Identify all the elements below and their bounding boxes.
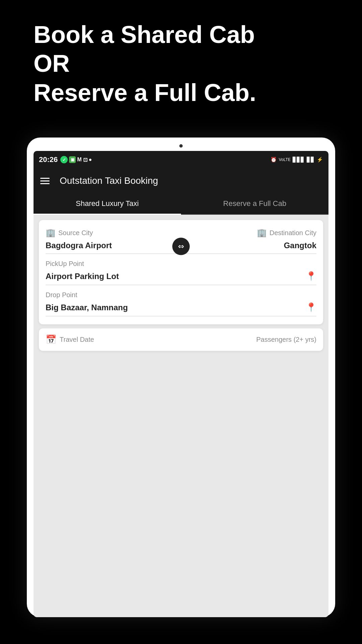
passengers-item[interactable]: Passengers (2+ yrs) bbox=[256, 336, 316, 343]
destination-city-value[interactable]: Gangtok bbox=[181, 241, 316, 254]
city-card: 🏢 Source City Bagdogra Airport ⇔ 🏢 Des bbox=[39, 220, 323, 324]
hamburger-line-2 bbox=[40, 180, 50, 181]
tab-shared-luxury-label: Shared Luxury Taxi bbox=[76, 199, 139, 208]
drop-label: Drop Point bbox=[46, 291, 316, 299]
headline-line2: OR bbox=[34, 50, 70, 77]
pickup-value: Airport Parking Lot bbox=[46, 272, 119, 281]
device-frame: 20:26 ✓ ▣ M ⊡ ● ⏰ VoLTE ▊▊▊ ▊▊ ⚡ bbox=[27, 138, 335, 617]
headline-section: Book a Shared Cab OR Reserve a Full Cab. bbox=[34, 20, 328, 107]
message-icon: ⊡ bbox=[83, 157, 87, 163]
headline-text: Book a Shared Cab OR Reserve a Full Cab. bbox=[34, 20, 328, 107]
tabs-bar: Shared Luxury Taxi Reserve a Full Cab bbox=[34, 193, 328, 215]
passengers-label: Passengers (2+ yrs) bbox=[256, 336, 316, 343]
drop-value: Big Bazaar, Namnang bbox=[46, 303, 128, 312]
drop-value-row[interactable]: Big Bazaar, Namnang 📍 bbox=[46, 302, 316, 316]
pickup-label: PickUp Point bbox=[46, 260, 316, 268]
headline-line3: Reserve a Full Cab. bbox=[34, 79, 256, 106]
whatsapp-icon: ✓ bbox=[60, 156, 68, 163]
phone-screen: 20:26 ✓ ▣ M ⊡ ● ⏰ VoLTE ▊▊▊ ▊▊ ⚡ bbox=[34, 151, 328, 617]
tab-reserve-full-label: Reserve a Full Cab bbox=[223, 199, 286, 208]
dot-icon: ● bbox=[89, 157, 92, 163]
source-label-row: 🏢 Source City bbox=[46, 228, 181, 237]
swap-button[interactable]: ⇔ bbox=[172, 237, 190, 255]
tab-reserve-full[interactable]: Reserve a Full Cab bbox=[181, 193, 328, 214]
status-right: ⏰ VoLTE ▊▊▊ ▊▊ ⚡ bbox=[270, 157, 323, 163]
time-display: 20:26 bbox=[39, 155, 58, 164]
hamburger-line-3 bbox=[40, 183, 50, 184]
tab-shared-luxury[interactable]: Shared Luxury Taxi bbox=[34, 193, 181, 214]
pickup-value-row[interactable]: Airport Parking Lot 📍 bbox=[46, 271, 316, 285]
travel-date-label: Travel Date bbox=[60, 336, 94, 343]
battery-icon: ⚡ bbox=[317, 157, 323, 163]
destination-col: 🏢 Destination City Gangtok bbox=[181, 228, 316, 254]
signal2-icon: ▊▊ bbox=[307, 157, 315, 163]
alarm-icon: ⏰ bbox=[270, 157, 277, 163]
travel-date-item[interactable]: 📅 Travel Date bbox=[46, 334, 94, 345]
source-city-value[interactable]: Bagdogra Airport bbox=[46, 241, 181, 254]
drop-location-icon: 📍 bbox=[306, 302, 316, 313]
status-bar: 20:26 ✓ ▣ M ⊡ ● ⏰ VoLTE ▊▊▊ ▊▊ ⚡ bbox=[34, 151, 328, 168]
drop-section: Drop Point Big Bazaar, Namnang 📍 bbox=[46, 291, 316, 316]
travel-date-card: 📅 Travel Date Passengers (2+ yrs) bbox=[39, 328, 323, 351]
calendar-icon: 📅 bbox=[46, 334, 56, 345]
destination-label-row: 🏢 Destination City bbox=[181, 228, 316, 237]
content-area: 🏢 Source City Bagdogra Airport ⇔ 🏢 Des bbox=[34, 215, 328, 617]
source-col: 🏢 Source City Bagdogra Airport bbox=[46, 228, 181, 254]
app-title: Outstation Taxi Booking bbox=[60, 175, 158, 186]
swap-icon: ⇔ bbox=[178, 242, 184, 251]
pickup-section: PickUp Point Airport Parking Lot 📍 bbox=[46, 260, 316, 285]
source-city-icon: 🏢 bbox=[46, 228, 56, 237]
status-left: 20:26 ✓ ▣ M ⊡ ● bbox=[39, 155, 92, 164]
source-city-label: Source City bbox=[58, 229, 93, 237]
headline-line1: Book a Shared Cab bbox=[34, 21, 255, 48]
green-icon: ▣ bbox=[69, 156, 76, 163]
app-bar: Outstation Taxi Booking bbox=[34, 168, 328, 193]
vo-lte-icon: VoLTE bbox=[279, 157, 291, 162]
status-icons: ✓ ▣ M ⊡ ● bbox=[60, 156, 92, 163]
device-dot bbox=[179, 144, 183, 148]
city-row: 🏢 Source City Bagdogra Airport ⇔ 🏢 Des bbox=[46, 228, 316, 254]
signal-icon: ▊▊▊ bbox=[293, 157, 305, 163]
hamburger-menu[interactable] bbox=[40, 178, 50, 184]
destination-city-icon: 🏢 bbox=[257, 228, 267, 237]
destination-city-label: Destination City bbox=[269, 229, 316, 237]
gmail-icon: M bbox=[77, 157, 81, 163]
pickup-location-icon: 📍 bbox=[306, 271, 316, 281]
hamburger-line-1 bbox=[40, 178, 50, 179]
